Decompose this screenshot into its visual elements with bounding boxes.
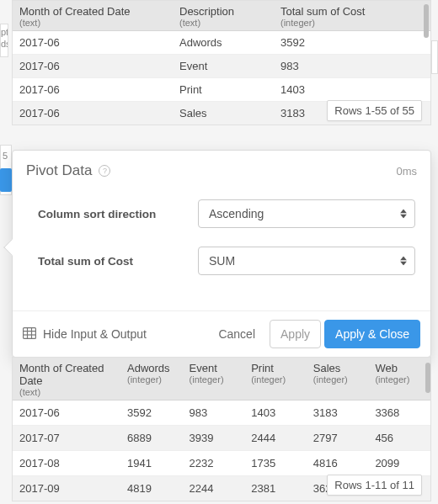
cell: 3368 xyxy=(368,401,430,426)
cell: 2017-07 xyxy=(13,426,120,451)
cell: 2099 xyxy=(368,451,430,476)
cell: 4819 xyxy=(120,476,183,501)
row-counter: Rows 1-11 of 11 xyxy=(327,475,422,496)
scrollbar-thumb[interactable] xyxy=(425,363,430,393)
cell: Sales xyxy=(173,102,274,125)
bg-cutoff-left: ptic ds xyxy=(0,24,8,57)
bg-text: 5 xyxy=(3,151,8,161)
pivot-modal: Pivot Data ? 0ms Column sort direction A… xyxy=(12,150,431,358)
column-header[interactable]: Description (text) xyxy=(173,1,274,31)
col-type: (integer) xyxy=(251,374,302,385)
column-header[interactable]: Total sum of Cost (integer) xyxy=(274,1,430,31)
cell: Event xyxy=(173,55,274,78)
cell: 1403 xyxy=(274,78,430,102)
col-type: (text) xyxy=(19,18,166,28)
row-counter: Rows 1-55 of 55 xyxy=(327,100,422,121)
cell: 3183 xyxy=(307,401,369,426)
cell: 1403 xyxy=(244,401,307,426)
column-header[interactable]: Sales (integer) xyxy=(307,358,369,401)
select-value: Ascending xyxy=(209,207,264,220)
hide-io-label: Hide Input & Output xyxy=(43,327,147,341)
bg-selected-pill xyxy=(0,168,12,192)
col-label: Sales xyxy=(313,362,341,374)
col-label: Month of Created Date xyxy=(19,5,131,18)
col-label: Web xyxy=(375,362,398,374)
cell: 2444 xyxy=(244,426,307,451)
modal-title: Pivot Data xyxy=(26,162,92,179)
cell: 2017-09 xyxy=(13,476,120,501)
column-header[interactable]: Month of Created Date (text) xyxy=(13,358,120,401)
cell: 2017-08 xyxy=(13,451,120,476)
col-label: Event xyxy=(190,362,217,374)
cancel-button[interactable]: Cancel xyxy=(207,320,266,348)
cell: 2017-06 xyxy=(13,401,120,426)
aggregate-label: Total sum of Cost xyxy=(38,255,198,268)
cell: 2017-06 xyxy=(13,78,173,102)
cell: 3592 xyxy=(120,401,183,426)
cell: 1735 xyxy=(244,451,307,476)
cell: 3592 xyxy=(274,31,430,55)
cell: 6889 xyxy=(120,426,183,451)
bg-cutoff-right xyxy=(431,40,438,74)
table-row[interactable]: 2017-06 Event 983 xyxy=(13,55,430,78)
column-header[interactable]: Web (integer) xyxy=(368,358,430,401)
col-label: Adwords xyxy=(127,362,170,374)
col-label: Description xyxy=(179,5,234,18)
cell: 2381 xyxy=(244,476,307,501)
modal-header: Pivot Data ? 0ms xyxy=(13,151,430,188)
cell: 1941 xyxy=(120,451,183,476)
col-type: (integer) xyxy=(127,374,178,385)
apply-close-button[interactable]: Apply & Close xyxy=(324,320,420,348)
column-header[interactable]: Event (integer) xyxy=(183,358,245,401)
execution-time: 0ms xyxy=(396,165,417,178)
cell: Adwords xyxy=(173,31,274,55)
grid-icon xyxy=(23,327,36,342)
col-type: (integer) xyxy=(375,374,425,385)
input-table: Month of Created Date (text) Description… xyxy=(12,0,431,125)
cell: 3939 xyxy=(183,426,245,451)
select-value: SUM xyxy=(209,254,235,268)
chevron-updown-icon xyxy=(399,210,408,219)
bg-text: ptic xyxy=(1,27,8,37)
column-header[interactable]: Adwords (integer) xyxy=(120,358,183,401)
cell: 2232 xyxy=(183,451,245,476)
cell: 456 xyxy=(368,426,430,451)
cell: 4816 xyxy=(307,451,369,476)
cell: 2797 xyxy=(307,426,369,451)
column-header[interactable]: Month of Created Date (text) xyxy=(13,1,173,31)
cell: 2017-06 xyxy=(13,31,173,55)
svg-rect-0 xyxy=(24,327,36,338)
apply-button[interactable]: Apply xyxy=(270,320,321,348)
col-type: (integer) xyxy=(190,374,240,385)
table-row[interactable]: 2017-06 Print 1403 xyxy=(13,78,430,102)
col-label: Total sum of Cost xyxy=(280,5,365,18)
col-type: (text) xyxy=(179,18,267,28)
col-label: Month of Created Date xyxy=(19,362,104,387)
scrollbar-thumb[interactable] xyxy=(424,4,429,38)
output-table: Month of Created Date (text) Adwords (in… xyxy=(12,357,431,501)
aggregate-select[interactable]: SUM xyxy=(198,247,415,275)
bg-text: ds xyxy=(1,39,8,49)
table-row[interactable]: 2017-08 1941 2232 1735 4816 2099 xyxy=(13,451,430,476)
sort-direction-label: Column sort direction xyxy=(38,208,198,220)
cell: 983 xyxy=(183,401,245,426)
cell: 2017-06 xyxy=(13,102,173,125)
cell: 983 xyxy=(274,55,430,78)
chevron-updown-icon xyxy=(399,257,408,266)
col-type: (integer) xyxy=(313,374,364,385)
col-type: (integer) xyxy=(280,18,424,28)
table-row[interactable]: 2017-06 3592 983 1403 3183 3368 xyxy=(13,401,430,426)
column-header[interactable]: Print (integer) xyxy=(244,358,307,401)
cell: Print xyxy=(173,78,274,102)
col-type: (text) xyxy=(19,387,115,397)
table-row[interactable]: 2017-06 Adwords 3592 xyxy=(13,31,430,55)
cell: 2244 xyxy=(183,476,245,501)
hide-io-toggle[interactable]: Hide Input & Output xyxy=(23,327,147,342)
table-row[interactable]: 2017-07 6889 3939 2444 2797 456 xyxy=(13,426,430,451)
col-label: Print xyxy=(251,362,274,374)
help-icon[interactable]: ? xyxy=(99,165,110,177)
cell: 2017-06 xyxy=(13,55,173,78)
sort-direction-select[interactable]: Ascending xyxy=(198,199,415,228)
